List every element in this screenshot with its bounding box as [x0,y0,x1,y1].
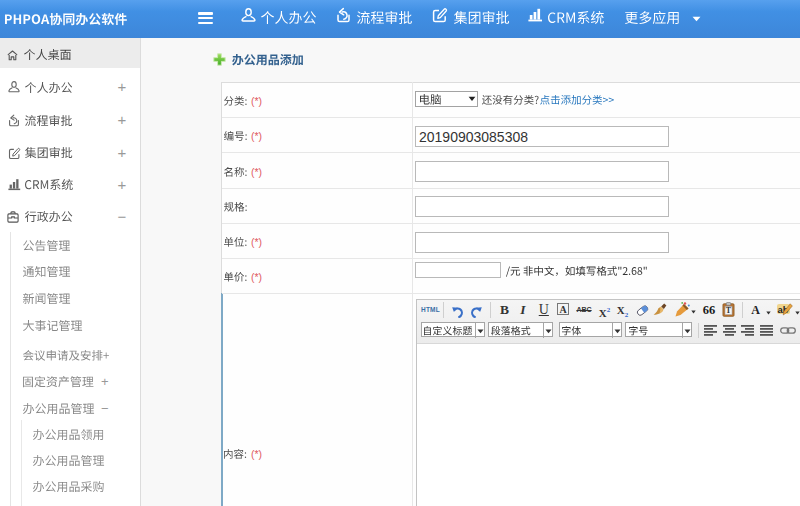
svg-text:T: T [726,306,732,315]
